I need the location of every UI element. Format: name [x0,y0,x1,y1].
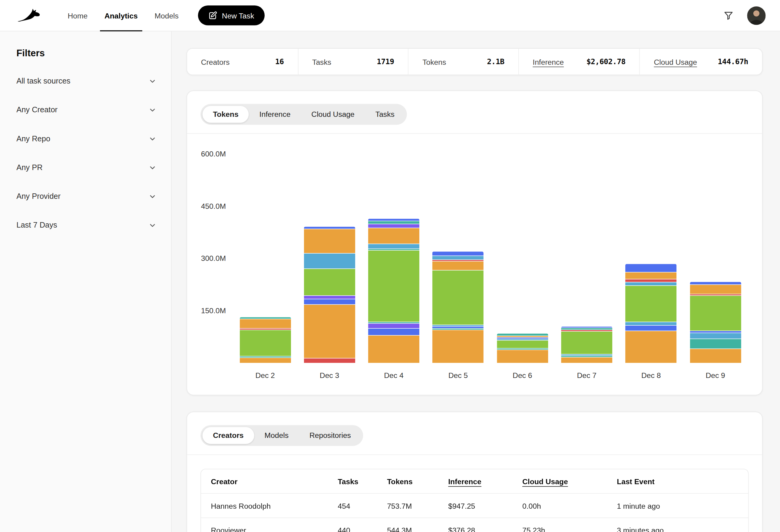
cell-creator: Hannes Roodolph [201,501,328,510]
stat-value: 144.67h [718,57,748,66]
filter-repo[interactable]: Any Repo [16,124,156,153]
col-header-cloud-usage-label[interactable]: Cloud Usage [522,477,568,485]
bar-segment-teal [368,221,420,224]
bar-segment-blue [304,227,355,228]
stat-label-cloud-usage[interactable]: Cloud Usage [654,57,697,66]
stacked-bar-dec-6[interactable] [497,333,548,363]
bar-segment-skyblue [626,282,677,285]
x-axis-label: Dec 6 [497,371,547,379]
bar-segment-skyblue [304,254,355,268]
filter-creator[interactable]: Any Creator [16,95,156,124]
chevron-down-icon [149,106,156,114]
stat-cloud-usage: Cloud Usage 144.67h [639,49,762,74]
kangaroo-logo[interactable] [16,7,43,24]
tab-creators[interactable]: Creators [203,427,254,444]
new-task-button[interactable]: New Task [198,5,264,25]
tab-cloud-usage[interactable]: Cloud Usage [301,106,365,123]
bar-segment-teal [561,356,612,357]
bar-segment-teal [561,328,612,329]
tab-repositories[interactable]: Repositories [299,427,361,444]
filter-label: Last 7 Days [16,221,57,230]
filter-date-range[interactable]: Last 7 Days [16,211,156,240]
tab-tasks[interactable]: Tasks [365,106,405,123]
nav-item-models[interactable]: Models [146,0,187,31]
bar-segment-orange [690,285,741,294]
bar-segment-orange [626,272,677,279]
bar-segment-red [561,330,612,331]
cell-cloud-usage: 0.00h [512,501,607,510]
col-header-inference-label[interactable]: Inference [448,477,481,485]
x-axis-label: Dec 9 [690,371,740,379]
bar-segment-orange [304,229,355,253]
bar-segment-purple [304,296,355,299]
bar-segment-orange [497,350,548,363]
stat-label: Tasks [312,57,331,66]
x-axis-label: Dec 5 [433,371,483,379]
stat-label-inference[interactable]: Inference [533,57,564,66]
bar-segment-skyblue [432,256,484,259]
filter-label: Any Provider [16,192,60,201]
usage-chart-card: Tokens Inference Cloud Usage Tasks 150.0… [187,91,763,395]
nav-item-analytics[interactable]: Analytics [96,0,146,31]
bar-segment-blue [432,326,484,328]
bar-segment-teal [240,317,291,319]
chart-plot-area: 150.0M300.0M450.0M600.0MDec 2Dec 3Dec 4D… [187,134,762,395]
table-header-row: Creator Tasks Tokens Inference Cloud Usa… [201,469,748,493]
filters-sidebar: Filters All task sources Any Creator Any… [0,31,172,532]
bar-segment-blue [368,219,420,221]
breakdown-table-card: Creators Models Repositories Creator Tas… [187,412,763,532]
stat-label: Tokens [423,57,446,66]
main-nav: Home Analytics Models [59,0,187,31]
table-row[interactable]: Rooviewer 440 544.3M $376.28 75.23h 3 mi… [201,518,748,532]
chevron-down-icon [149,164,156,171]
stat-value: 16 [275,57,284,66]
bar-segment-teal [368,249,420,250]
cell-creator: Rooviewer [201,526,328,532]
stacked-bar-dec-5[interactable] [432,252,484,363]
bar-segment-orange [240,358,291,363]
filter-provider[interactable]: Any Provider [16,182,156,211]
col-header-inference: Inference [438,477,512,485]
bar-segment-red [432,260,484,261]
bar-segment-green [304,269,355,295]
tab-models[interactable]: Models [254,427,299,444]
filter-pr[interactable]: Any PR [16,153,156,182]
nav-item-home[interactable]: Home [59,0,96,31]
bar-segment-green [240,330,291,356]
bar-segment-orange [432,330,484,363]
stat-value: 1719 [377,57,394,66]
tab-inference[interactable]: Inference [249,106,301,123]
stacked-bar-dec-9[interactable] [690,282,741,363]
cell-cloud-usage: 75.23h [512,526,607,532]
bar-segment-orange [368,335,420,363]
filter-task-sources[interactable]: All task sources [16,66,156,95]
bar-segment-orange [626,331,677,363]
filter-funnel-icon[interactable] [721,8,735,22]
stat-tasks: Tasks 1719 [298,49,408,74]
stacked-bar-dec-7[interactable] [561,326,612,363]
bar-segment-orange [240,319,291,328]
user-avatar[interactable] [747,6,766,25]
bar-segment-green [626,286,677,322]
bar-segment-teal [432,329,484,329]
table-row[interactable]: Hannes Roodolph 454 753.7M $947.25 0.00h… [201,493,748,518]
bar-segment-blue [690,331,741,332]
bar-segment-teal [690,339,741,349]
stacked-bar-dec-4[interactable] [368,219,420,363]
tab-tokens[interactable]: Tokens [203,106,249,123]
filter-label: Any Creator [16,105,57,114]
bar-segment-skyblue [368,244,420,249]
filters-title: Filters [16,48,156,59]
stacked-bar-dec-8[interactable] [626,264,677,363]
bar-segment-teal [497,349,548,350]
y-axis-label: 600.0M [201,150,226,159]
stacked-bar-dec-3[interactable] [304,227,355,363]
bar-segment-teal [368,322,420,323]
stacked-bar-dec-2[interactable] [240,317,291,363]
stat-tokens: Tokens 2.1B [408,49,519,74]
creators-table: Creator Tasks Tokens Inference Cloud Usa… [200,469,748,532]
topbar: Home Analytics Models New Task [0,0,780,31]
bar-segment-skyblue [626,322,677,325]
bar-segment-green [368,251,420,322]
cell-tokens: 544.3M [377,526,438,532]
